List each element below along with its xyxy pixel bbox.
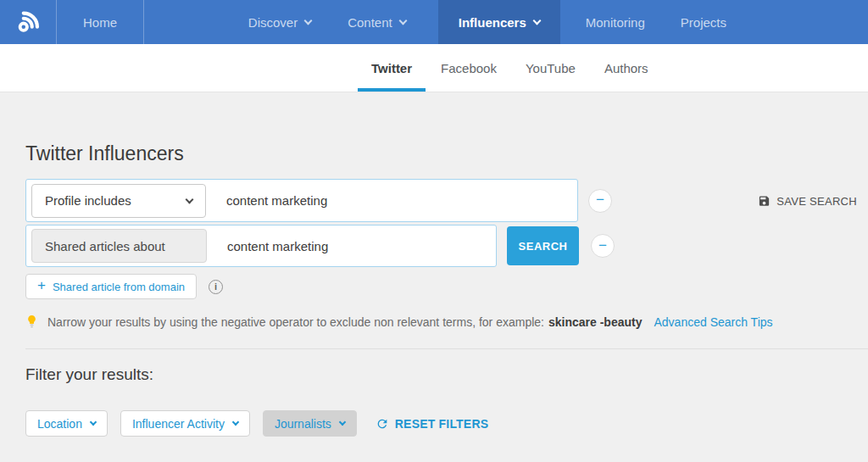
filter-heading: Filter your results: [25, 349, 868, 384]
field-type-label: Shared articles about [45, 239, 165, 253]
app-logo[interactable] [0, 0, 57, 44]
query-box-profile: Profile includes [25, 179, 578, 222]
filter-row: Location Influencer Activity Journalists… [25, 410, 868, 437]
nav-item-label: Influencers [459, 15, 526, 30]
articles-query-input[interactable] [225, 238, 496, 254]
nav-item-label: Projects [681, 15, 726, 30]
chevron-down-icon [90, 419, 97, 426]
chevron-down-icon [532, 16, 541, 25]
info-glyph: i [214, 281, 217, 292]
save-search-button[interactable]: SAVE SEARCH [758, 194, 857, 207]
save-disk-icon [758, 194, 771, 207]
search-row-articles: Shared articles about SEARCH − [25, 225, 868, 267]
search-button[interactable]: SEARCH [507, 226, 579, 265]
profile-query-input[interactable] [225, 192, 577, 209]
tab-youtube[interactable]: YouTube [511, 44, 590, 92]
query-box-articles: Shared articles about [25, 225, 497, 267]
tab-label: Facebook [441, 61, 497, 75]
nav-item-content[interactable]: Content [333, 0, 420, 44]
reset-filters-button[interactable]: RESET FILTERS [376, 417, 488, 431]
search-row-profile: Profile includes − SAVE SEARCH [25, 179, 868, 222]
nav-item-projects[interactable]: Projects [666, 0, 741, 44]
tab-label: Authors [604, 61, 648, 75]
remove-row-button[interactable]: − [588, 189, 612, 213]
plus-icon: + [37, 277, 46, 294]
save-search-label: SAVE SEARCH [776, 194, 857, 207]
channel-tabs: Twitter Facebook YouTube Authors [0, 44, 868, 92]
main-content: Twitter Influencers Profile includes − S… [0, 92, 868, 437]
chevron-down-icon [304, 16, 313, 25]
tip-text: Narrow your results by using the negativ… [47, 315, 544, 329]
chevron-down-icon [186, 195, 194, 203]
remove-row-button[interactable]: − [591, 234, 615, 258]
filter-location-button[interactable]: Location [25, 410, 108, 437]
chevron-down-icon [398, 16, 407, 25]
add-domain-label: Shared article from domain [53, 281, 185, 293]
reset-filters-label: RESET FILTERS [395, 417, 488, 431]
add-domain-row: + Shared article from domain i [25, 274, 868, 299]
tab-authors[interactable]: Authors [590, 44, 663, 92]
minus-icon: − [596, 192, 604, 207]
page-title: Twitter Influencers [25, 92, 868, 165]
nav-item-influencers[interactable]: Influencers [438, 0, 560, 44]
filter-label: Journalists [275, 417, 331, 431]
minus-icon: − [598, 238, 607, 253]
tab-label: YouTube [526, 61, 576, 75]
top-navigation: Home Discover Content Influencers Monito… [0, 0, 868, 44]
nav-item-discover[interactable]: Discover [234, 0, 326, 44]
nav-item-label: Home [83, 15, 117, 30]
nav-item-monitoring[interactable]: Monitoring [571, 0, 659, 44]
filter-journalists-button[interactable]: Journalists [263, 410, 357, 437]
search-tip: Narrow your results by using the negativ… [25, 314, 868, 331]
nav-item-label: Discover [248, 15, 298, 30]
tip-example: skincare -beauty [548, 315, 643, 329]
chevron-down-icon [232, 419, 239, 426]
buzzsumo-logo-icon [12, 6, 44, 38]
info-icon[interactable]: i [209, 280, 223, 294]
chevron-down-icon [339, 419, 346, 426]
tab-facebook[interactable]: Facebook [426, 44, 511, 92]
filter-label: Influencer Activity [132, 417, 225, 431]
nav-item-label: Content [348, 15, 392, 30]
filter-label: Location [37, 417, 82, 431]
field-type-label: Profile includes [45, 193, 131, 208]
lightbulb-icon [25, 314, 38, 331]
nav-spacer [144, 0, 234, 44]
add-domain-button[interactable]: + Shared article from domain [25, 274, 197, 299]
field-type-static: Shared articles about [31, 229, 207, 263]
filter-influencer-activity-button[interactable]: Influencer Activity [120, 410, 250, 437]
tab-twitter[interactable]: Twitter [357, 44, 426, 92]
field-type-dropdown[interactable]: Profile includes [31, 184, 206, 218]
tab-label: Twitter [371, 61, 412, 75]
nav-item-label: Monitoring [586, 15, 645, 30]
nav-right-padding [741, 0, 868, 44]
refresh-icon [376, 417, 389, 431]
nav-item-home[interactable]: Home [57, 0, 144, 44]
advanced-search-tips-link[interactable]: Advanced Search Tips [654, 315, 772, 329]
